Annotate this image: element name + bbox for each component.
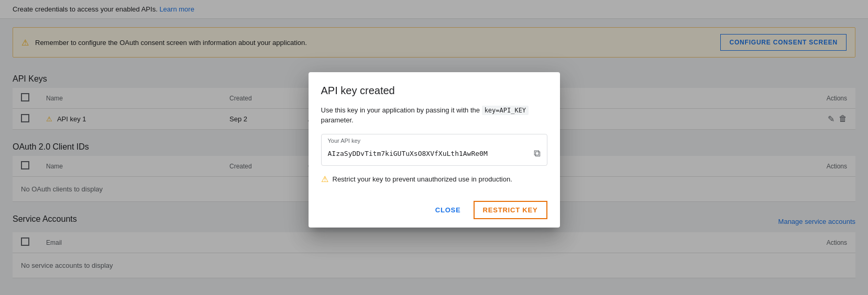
copy-api-key-button[interactable]: ⧉ [532, 146, 543, 161]
restrict-warning: ⚠ Restrict your key to prevent unauthori… [321, 174, 547, 184]
modal-dialog: API key created Use this key in your app… [309, 72, 560, 228]
restrict-warning-icon: ⚠ [321, 174, 328, 184]
modal-title: API key created [321, 85, 547, 97]
modal-overlay: API key created Use this key in your app… [0, 0, 868, 295]
api-key-field-row: AIzaSyDDvTitm7kiGUTuXsO8XVfXuLth1AwRe0M … [322, 144, 547, 165]
page-wrapper: Create credentials to access your enable… [0, 0, 868, 295]
close-button[interactable]: CLOSE [427, 201, 469, 219]
api-key-field-label: Your API key [322, 134, 547, 144]
api-key-field-wrapper: Your API key AIzaSyDDvTitm7kiGUTuXsO8XVf… [321, 134, 547, 166]
restrict-key-button[interactable]: RESTRICT KEY [474, 201, 547, 219]
modal-description: Use this key in your application by pass… [321, 105, 547, 126]
restrict-warning-text: Restrict your key to prevent unauthorize… [333, 175, 512, 183]
api-key-field-value: AIzaSyDDvTitm7kiGUTuXsO8XVfXuLth1AwRe0M [328, 150, 532, 157]
modal-actions: CLOSE RESTRICT KEY [321, 197, 547, 219]
modal-param-suffix: parameter. [321, 116, 354, 124]
modal-param-code: key=API_KEY [482, 106, 529, 115]
modal-desc-text: Use this key in your application by pass… [321, 106, 480, 114]
